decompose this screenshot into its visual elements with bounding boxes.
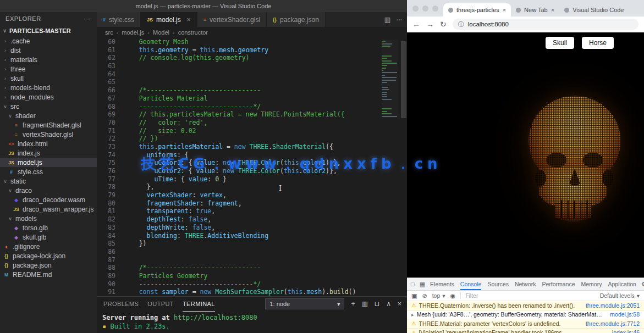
file-item[interactable]: ∨src — [0, 102, 97, 111]
forward-icon[interactable]: → — [426, 20, 434, 29]
file-item[interactable]: ›dist — [0, 46, 97, 55]
kill-terminal-icon[interactable]: ⊔ — [375, 300, 379, 308]
terminal-output[interactable]: Server running at http://localhost:8080▪… — [97, 311, 407, 331]
file-item[interactable]: ›three — [0, 64, 97, 74]
close-panel-icon[interactable]: × — [398, 300, 401, 308]
file-item[interactable]: ›.cache — [0, 36, 97, 46]
browser-tab[interactable]: New Tab× — [511, 3, 559, 16]
devtools-tab-elements[interactable]: Elements — [430, 278, 454, 290]
explorer-actions-icon[interactable]: ⋯ — [85, 15, 91, 23]
panel-tab-terminal[interactable]: TERMINAL — [183, 297, 215, 312]
source-link[interactable]: three.module.js:2051 — [580, 302, 640, 309]
console-sidebar-icon[interactable]: ▣ — [411, 292, 417, 299]
address-bar[interactable]: ⓘ localhost:8080 — [453, 19, 639, 30]
file-name: package.json — [13, 262, 52, 269]
file-item[interactable]: ≡vertexShader.glsl — [0, 130, 97, 139]
devtools-tab-console[interactable]: Console — [460, 278, 482, 290]
editor-tab[interactable]: JSmodel.js× — [141, 12, 197, 27]
file-item[interactable]: ∨shader — [0, 111, 97, 120]
browser-tab[interactable]: threejs-particles× — [443, 3, 511, 16]
site-info-icon[interactable]: ⓘ — [458, 20, 464, 29]
code-line: 65 — [97, 78, 407, 86]
devtools-tab-network[interactable]: Network — [515, 278, 536, 290]
code-editor[interactable]: 60 Geometry Mesh61 this.geometry = this.… — [97, 38, 407, 296]
source-link[interactable]: model.js:58 — [604, 311, 640, 318]
shell-selector[interactable]: 1: node ▾ — [265, 298, 344, 309]
source-link[interactable]: three.module.js:7712 — [580, 320, 640, 327]
line-number: 83 — [97, 224, 124, 232]
file-item[interactable]: ›materials — [0, 55, 97, 64]
maximize-window-icon[interactable] — [432, 5, 438, 12]
breadcrumb-item[interactable]: src — [105, 29, 113, 36]
expand-caret-icon[interactable]: ▸ — [411, 312, 414, 318]
vscode-main: EXPLORER ⋯ ∨ PARTICLES-MASTER ›.cache›di… — [0, 12, 407, 333]
close-tab-icon[interactable]: × — [551, 7, 554, 13]
back-icon[interactable]: ← — [412, 20, 420, 29]
file-item[interactable]: ♦.gitignore — [0, 242, 97, 251]
clear-console-icon[interactable]: ⊘ — [422, 292, 427, 299]
device-toolbar-icon[interactable]: ▦ — [420, 281, 425, 288]
file-item[interactable]: JSindex.js — [0, 148, 97, 158]
editor-tab[interactable]: #style.css — [97, 12, 141, 27]
source-link[interactable]: index.js:46 — [607, 329, 640, 333]
console-filter-input[interactable]: Filter — [460, 292, 518, 299]
vscode-titlebar[interactable]: model.js — particles-master — Visual Stu… — [0, 0, 407, 12]
file-item[interactable]: <>index.html — [0, 139, 97, 148]
inspect-icon[interactable]: □ — [411, 281, 415, 287]
editor-tab[interactable]: {}package.json — [267, 12, 326, 27]
file-item[interactable]: JSdraco_wasm_wrapper.js — [0, 204, 97, 214]
file-item[interactable]: ›models-blend — [0, 83, 97, 92]
split-terminal-icon[interactable]: ▥ — [361, 300, 367, 308]
reload-icon[interactable]: ↻ — [440, 20, 447, 29]
scrollbar-thumb[interactable] — [401, 41, 406, 118]
file-item[interactable]: ∨static — [0, 176, 97, 186]
devtools-tab-memory[interactable]: Memory — [581, 278, 602, 290]
context-selector[interactable]: top ▾ — [432, 292, 445, 299]
browser-tab[interactable]: Visual Studio Code — [559, 3, 629, 16]
minimap[interactable] — [382, 40, 398, 118]
panel-tab-output[interactable]: OUTPUT — [147, 297, 174, 311]
devtools-tab-performance[interactable]: Performance — [542, 278, 575, 290]
file-item[interactable]: ∨draco — [0, 186, 97, 195]
split-editor-icon[interactable]: ▥ — [384, 16, 390, 24]
live-expression-icon[interactable]: ◉ — [450, 292, 456, 299]
terminal-link[interactable]: http://localhost:8080 — [174, 314, 257, 321]
file-item[interactable]: ◆draco_decoder.wasm — [0, 195, 97, 204]
breadcrumb-item[interactable]: Model — [153, 29, 169, 36]
file-name: skull — [10, 75, 24, 82]
page-viewport[interactable]: SkullHorse — [407, 32, 644, 278]
file-item[interactable]: {}package.json — [0, 260, 97, 270]
file-item[interactable]: ›skull — [0, 74, 97, 83]
page-button-horse[interactable]: Horse — [582, 37, 614, 49]
new-terminal-icon[interactable]: + — [351, 300, 355, 308]
devtools-tab-application[interactable]: Application — [608, 278, 636, 290]
editor-scrollbar[interactable] — [400, 38, 407, 296]
terminal-text: ▪ — [102, 323, 110, 330]
devtools-settings-icon[interactable]: ⚙ — [641, 281, 644, 288]
file-item[interactable]: ◆torso.glb — [0, 223, 97, 232]
more-actions-icon[interactable]: ⋯ — [396, 16, 403, 24]
code-line: 77 uTime: { value: 0 } — [97, 175, 407, 184]
page-button-skull[interactable]: Skull — [546, 37, 574, 49]
panel-tab-problems[interactable]: PROBLEMS — [103, 297, 139, 311]
file-item[interactable]: ∨models — [0, 214, 97, 223]
file-item[interactable]: ≡fragmentShader.glsl — [0, 120, 97, 130]
file-item[interactable]: ›node_modules — [0, 92, 97, 102]
file-item[interactable]: ◆skull.glb — [0, 232, 97, 242]
editor-tab[interactable]: ≡vertexShader.glsl — [197, 12, 267, 27]
window-controls — [410, 0, 443, 16]
close-tab-icon[interactable]: × — [187, 16, 191, 24]
file-item[interactable]: {}package-lock.json — [0, 251, 97, 260]
file-item[interactable]: JSmodel.js — [0, 158, 97, 167]
breadcrumb-item[interactable]: model.js — [122, 29, 144, 36]
breadcrumb-item[interactable]: constructor — [178, 29, 208, 36]
close-window-icon[interactable] — [412, 5, 419, 12]
maximize-panel-icon[interactable]: ∧ — [386, 300, 391, 308]
file-item[interactable]: #style.css — [0, 167, 97, 176]
close-tab-icon[interactable]: × — [503, 7, 506, 13]
project-root-folder[interactable]: ∨ PARTICLES-MASTER — [0, 25, 97, 36]
devtools-tab-sources[interactable]: Sources — [487, 278, 509, 290]
log-levels-selector[interactable]: Default levels ▾ — [600, 292, 640, 299]
minimize-window-icon[interactable] — [422, 5, 428, 12]
file-item[interactable]: MREADME.md — [0, 270, 97, 279]
